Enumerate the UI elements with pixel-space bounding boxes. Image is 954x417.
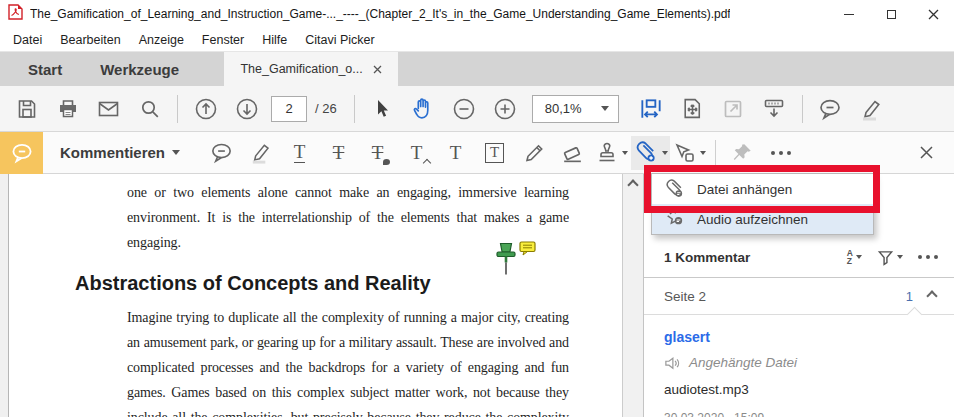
keep-tool-selected-toggle[interactable] [722, 136, 761, 170]
fit-page-icon [680, 96, 705, 121]
comment-bubble-button[interactable] [810, 90, 851, 128]
highlight-button[interactable] [851, 90, 892, 128]
scroll-up-icon[interactable] [627, 179, 638, 190]
more-tools-button[interactable] [761, 136, 800, 170]
menu-bar: Datei Bearbeiten Anzeige Fenster Hilfe C… [0, 28, 954, 52]
pdf-page[interactable]: one or two elements alone cannot make an… [9, 174, 622, 417]
sticky-note-tool[interactable] [202, 136, 241, 170]
zoom-caret-icon [601, 106, 609, 111]
page-group-label: Seite 2 [664, 289, 706, 304]
save-button[interactable] [6, 90, 47, 128]
ellipsis-icon [771, 151, 791, 155]
stamp-icon [595, 141, 619, 165]
page-count-label: / 26 [315, 101, 337, 116]
fit-page-button[interactable] [672, 90, 713, 128]
menu-citavi-picker[interactable]: Citavi Picker [296, 33, 383, 47]
document-gutter [0, 174, 9, 417]
sort-comments-button[interactable]: AZ [847, 249, 862, 266]
stamp-tool[interactable] [592, 136, 631, 170]
highlighter-icon [248, 140, 273, 165]
fit-width-icon [638, 96, 664, 122]
search-button[interactable] [129, 90, 170, 128]
tab-werkzeuge[interactable]: Werkzeuge [81, 52, 198, 86]
attached-filename[interactable]: audiotest.mp3 [664, 382, 938, 397]
underline-text-tool[interactable]: T [280, 136, 319, 170]
shapes-icon [673, 141, 697, 165]
attachment-pushpin-annotation[interactable] [495, 242, 517, 284]
page-group-count: 1 [906, 289, 913, 304]
insert-caret-icon [423, 158, 431, 166]
strikethrough-text-icon: T [333, 143, 345, 162]
toolbar-separator [177, 95, 178, 123]
previous-page-button[interactable] [185, 90, 226, 128]
group-divider [644, 314, 954, 315]
comment-timestamp: 30.03.2020 15:09 [664, 411, 938, 417]
highlight-text-tool[interactable] [241, 136, 280, 170]
title-bar: The_Gamification_of_Learning_and_Instruc… [0, 0, 954, 28]
commentieren-dropdown[interactable]: Kommentieren [60, 144, 180, 161]
menu-bearbeiten[interactable]: Bearbeiten [51, 33, 129, 47]
menu-item-label: Datei anhängen [697, 182, 792, 197]
page-group-row[interactable]: Seite 2 1 [644, 278, 954, 314]
close-comment-toolbar-button[interactable] [907, 136, 946, 170]
zoom-out-button[interactable] [444, 90, 485, 128]
email-button[interactable] [88, 90, 129, 128]
page-up-icon [193, 96, 219, 122]
comment-mode-icon [9, 140, 35, 166]
select-tool-button[interactable] [362, 90, 403, 128]
menu-anzeige[interactable]: Anzeige [130, 33, 193, 47]
replace-text-tool[interactable]: T [358, 136, 397, 170]
hide-toolbar-button[interactable] [754, 90, 795, 128]
tab-bar: Start Werkzeuge The_Gamification_o... [0, 52, 954, 86]
comment-author: glasert [664, 329, 938, 345]
pencil-tool[interactable] [514, 136, 553, 170]
attach-file-tool[interactable] [631, 136, 670, 170]
insert-text-tool[interactable]: T [397, 136, 436, 170]
hand-tool-button[interactable] [403, 90, 444, 128]
print-button[interactable] [47, 90, 88, 128]
document-scrollbar[interactable] [622, 174, 643, 417]
fullscreen-button[interactable] [713, 90, 754, 128]
collapse-group-icon[interactable] [926, 290, 937, 301]
close-icon [919, 145, 934, 160]
text-box-tool[interactable]: T [475, 136, 514, 170]
next-page-button[interactable] [226, 90, 267, 128]
search-icon [138, 97, 162, 121]
eraser-icon [560, 140, 585, 165]
eraser-tool[interactable] [553, 136, 592, 170]
zoom-level-select[interactable]: 80,1% [532, 95, 619, 123]
menu-datei[interactable]: Datei [4, 33, 51, 47]
fit-width-button[interactable] [631, 90, 672, 128]
toolbar-collapse-icon [761, 96, 787, 122]
strikethrough-text-tool[interactable]: T [319, 136, 358, 170]
close-button[interactable] [912, 0, 954, 28]
highlighter-icon [858, 96, 884, 122]
sticky-note-icon [209, 140, 234, 165]
menu-item-record-audio[interactable]: Audio aufzeichnen [652, 204, 873, 234]
menu-hilfe[interactable]: Hilfe [253, 33, 296, 47]
tab-document[interactable]: The_Gamification_o... [224, 52, 398, 86]
note-popup-icon[interactable] [519, 241, 536, 260]
drawing-tools[interactable] [670, 136, 709, 170]
comment-card[interactable]: glasert Angehängte Datei audiotest.mp3 3… [644, 315, 954, 417]
menu-fenster[interactable]: Fenster [193, 33, 253, 47]
add-text-tool[interactable]: T [436, 136, 475, 170]
menu-item-label: Audio aufzeichnen [697, 212, 808, 227]
menu-item-attach-file[interactable]: Datei anhängen [652, 174, 873, 204]
panel-options-button[interactable] [918, 255, 938, 259]
minimize-button[interactable] [828, 0, 870, 28]
tab-start[interactable]: Start [9, 52, 81, 86]
maximize-button[interactable] [870, 0, 912, 28]
page-number-input[interactable]: 2 [271, 96, 307, 122]
pdf-file-icon [8, 4, 23, 24]
pdf-paragraph: Imagine trying to duplicate all the comp… [127, 305, 569, 417]
main-toolbar: 2 / 26 80,1% [0, 86, 954, 132]
comments-panel-header: 1 Kommentar AZ [644, 244, 954, 270]
attach-dropdown-menu: Datei anhängen Audio aufzeichnen [651, 173, 874, 235]
paperclip-icon [634, 140, 659, 165]
sort-az-icon: AZ [847, 249, 853, 266]
filter-comments-button[interactable] [877, 249, 903, 266]
tab-close-icon[interactable] [373, 65, 382, 74]
zoom-in-button[interactable] [485, 90, 526, 128]
print-icon [56, 97, 80, 121]
